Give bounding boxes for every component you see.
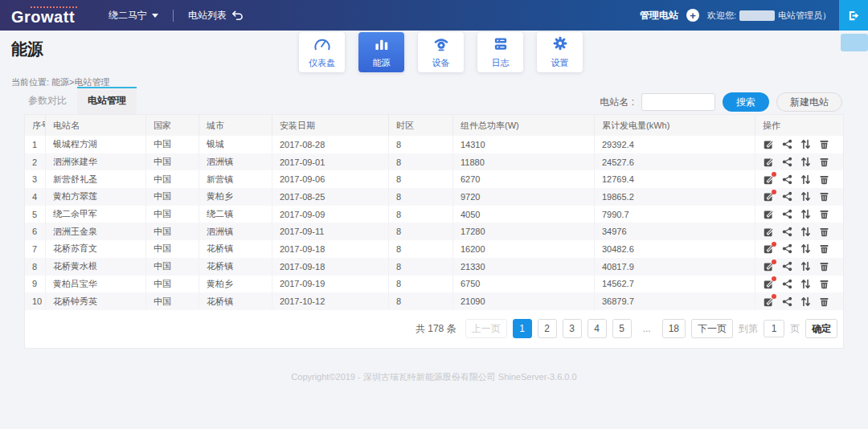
delete-station-icon[interactable] (818, 243, 829, 255)
cell-country: 中国 (146, 188, 199, 206)
page-button-4[interactable]: 4 (588, 319, 607, 338)
edit-station-icon[interactable] (763, 191, 774, 202)
transfer-station-icon[interactable] (800, 278, 811, 289)
page-button-1[interactable]: 1 (513, 319, 532, 338)
nav-item-gear[interactable]: 设置 (537, 32, 583, 72)
alert-dot (772, 172, 776, 177)
share-station-icon[interactable] (781, 174, 792, 185)
transfer-station-icon[interactable] (800, 157, 811, 168)
transfer-station-icon[interactable] (800, 191, 811, 202)
cell-station-name[interactable]: 银城程方湖 (46, 136, 146, 153)
table-row[interactable]: 5 绕二余甲军 中国 绕二镇 2017-09-09 8 4050 7990.7 (25, 206, 843, 223)
nav-item-bars[interactable]: 能源 (358, 32, 404, 72)
page-button-2[interactable]: 2 (538, 319, 557, 338)
page-button-18[interactable]: 18 (662, 319, 686, 338)
cell-total-energy: 12769.4 (595, 170, 755, 188)
station-list-button[interactable]: 电站列表 (188, 9, 244, 22)
cell-country: 中国 (146, 136, 199, 153)
share-station-icon[interactable] (781, 226, 792, 237)
new-station-button[interactable]: 新建电站 (776, 92, 842, 112)
page-button-5[interactable]: 5 (612, 319, 632, 338)
confirm-page-button[interactable]: 确定 (805, 319, 837, 338)
share-station-icon[interactable] (781, 157, 792, 168)
cell-station-name[interactable]: 泗洲张建华 (46, 153, 146, 171)
cell-actions (755, 292, 843, 310)
transfer-station-icon[interactable] (800, 209, 811, 220)
table-row[interactable]: 3 新营舒礼圣 中国 新营镇 2017-09-06 8 6270 12769.4 (25, 170, 843, 188)
delete-station-icon[interactable] (818, 278, 829, 289)
edit-station-icon[interactable] (763, 139, 774, 150)
delete-station-icon[interactable] (818, 261, 829, 272)
transfer-station-icon[interactable] (800, 226, 811, 237)
cell-total-power: 21090 (453, 292, 595, 310)
transfer-station-icon[interactable] (800, 139, 811, 150)
share-station-icon[interactable] (781, 191, 792, 202)
tab-param-compare[interactable]: 参数对比 (18, 87, 77, 115)
alert-dot (772, 276, 776, 281)
goto-page-input[interactable] (764, 320, 784, 337)
prev-page-button[interactable]: 上一页 (465, 319, 507, 338)
delete-station-icon[interactable] (818, 296, 829, 307)
cell-total-energy: 40817.9 (595, 258, 755, 276)
search-button[interactable]: 搜索 (723, 92, 769, 112)
edit-station-icon[interactable] (763, 157, 774, 168)
cell-index: 4 (25, 188, 46, 206)
transfer-station-icon[interactable] (800, 243, 811, 255)
delete-station-icon[interactable] (818, 226, 829, 237)
share-station-icon[interactable] (781, 139, 792, 150)
growatt-logo[interactable]: Growatt (11, 4, 75, 27)
edit-station-icon[interactable] (763, 174, 774, 185)
share-station-icon[interactable] (781, 243, 792, 255)
table-row[interactable]: 2 泗洲张建华 中国 泗洲镇 2017-09-01 8 11880 24527.… (25, 153, 843, 171)
cell-station-name[interactable]: 花桥钟秀英 (46, 292, 146, 310)
table-row[interactable]: 4 黄柏方翠莲 中国 黄柏乡 2017-08-25 8 9720 19865.2 (25, 188, 843, 206)
station-selector-dropdown[interactable]: 绕二马宁 (108, 9, 158, 22)
edit-station-icon[interactable] (763, 296, 774, 307)
station-name-input[interactable] (641, 93, 715, 111)
page-button-3[interactable]: 3 (563, 319, 582, 338)
edit-station-icon[interactable] (763, 261, 774, 272)
table-row[interactable]: 8 花桥黄水根 中国 花桥镇 2017-09-18 8 21330 40817.… (25, 258, 843, 276)
next-page-button[interactable]: 下一页 (691, 319, 733, 338)
share-station-icon[interactable] (781, 261, 792, 272)
share-station-icon[interactable] (781, 296, 792, 307)
delete-station-icon[interactable] (818, 191, 829, 202)
nav-item-server[interactable]: 日志 (477, 32, 523, 72)
table-row[interactable]: 9 黄柏吕宝华 中国 黄柏乡 2017-09-19 8 6750 14562.7 (25, 276, 843, 293)
delete-station-icon[interactable] (818, 139, 829, 150)
table-row[interactable]: 1 银城程方湖 中国 银城 2017-08-28 8 14310 29392.4 (25, 136, 843, 153)
cell-station-name[interactable]: 花桥黄水根 (46, 258, 146, 276)
scrollbar-thumb[interactable] (841, 34, 868, 51)
cell-station-name[interactable]: 泗洲王金泉 (46, 223, 146, 240)
table-row[interactable]: 6 泗洲王金泉 中国 泗洲镇 2017-09-11 8 17280 34976 (25, 223, 843, 240)
transfer-station-icon[interactable] (800, 174, 811, 185)
cell-station-name[interactable]: 黄柏方翠莲 (46, 188, 146, 206)
transfer-station-icon[interactable] (800, 261, 811, 272)
transfer-station-icon[interactable] (800, 296, 811, 307)
delete-station-icon[interactable] (818, 157, 829, 168)
nav-item-camera[interactable]: 设备 (418, 32, 464, 72)
logout-button[interactable] (839, 0, 868, 31)
nav-item-gauge[interactable]: 仪表盘 (299, 32, 345, 72)
cell-total-power: 11880 (453, 153, 595, 171)
cell-install-date: 2017-08-28 (272, 136, 389, 153)
edit-station-icon[interactable] (763, 209, 774, 220)
edit-station-icon[interactable] (763, 243, 774, 255)
edit-station-icon[interactable] (763, 226, 774, 237)
nav-item-label: 设备 (432, 57, 450, 69)
edit-station-icon[interactable] (763, 278, 774, 289)
cell-station-name[interactable]: 绕二余甲军 (46, 206, 146, 223)
manage-station-button[interactable]: 管理电站 (640, 9, 678, 22)
add-station-icon[interactable]: + (686, 9, 699, 22)
tab-station-manage[interactable]: 电站管理 (77, 87, 137, 115)
table-row[interactable]: 10 花桥钟秀英 中国 花桥镇 2017-10-12 8 21090 36879… (25, 292, 843, 310)
bars-icon (374, 36, 390, 55)
cell-station-name[interactable]: 黄柏吕宝华 (46, 276, 146, 293)
delete-station-icon[interactable] (818, 174, 829, 185)
share-station-icon[interactable] (781, 209, 792, 220)
share-station-icon[interactable] (781, 278, 792, 289)
cell-station-name[interactable]: 新营舒礼圣 (46, 170, 146, 188)
cell-station-name[interactable]: 花桥苏育文 (46, 240, 146, 258)
delete-station-icon[interactable] (818, 209, 829, 220)
table-row[interactable]: 7 花桥苏育文 中国 花桥镇 2017-09-18 8 16200 30482.… (25, 240, 843, 258)
